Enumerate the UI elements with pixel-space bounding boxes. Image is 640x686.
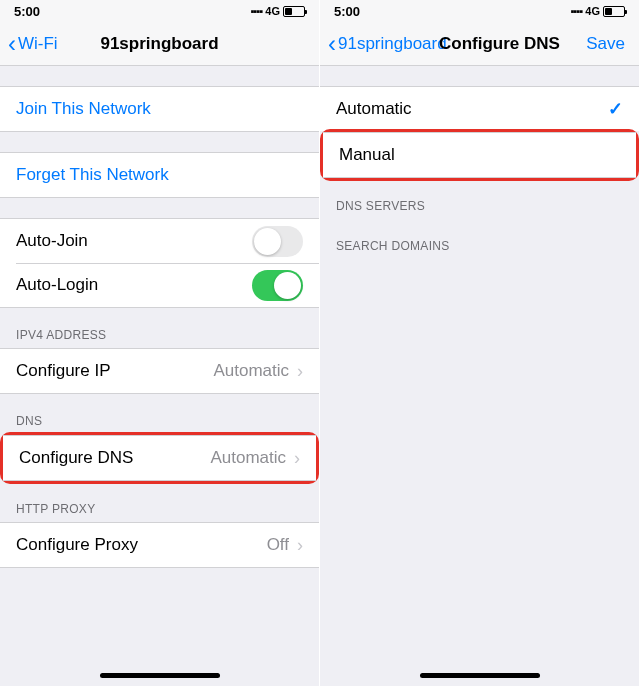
dns-group: Configure DNS Automatic › [3, 435, 316, 481]
home-indicator[interactable] [100, 673, 220, 678]
phone-wifi-details: 5:00 ▪▪▪▪ 4G ‹ Wi-Fi 91springboard Join … [0, 0, 320, 686]
chevron-left-icon: ‹ [8, 32, 16, 56]
status-bar: 5:00 ▪▪▪▪ 4G [320, 0, 639, 22]
battery-icon [603, 6, 625, 17]
auto-join-row[interactable]: Auto-Join [0, 219, 319, 263]
automatic-row[interactable]: Automatic ✓ [320, 87, 639, 131]
status-time: 5:00 [334, 4, 360, 19]
status-right: ▪▪▪▪ 4G [251, 5, 305, 17]
auto-login-row[interactable]: Auto-Login [0, 263, 319, 307]
status-time: 5:00 [14, 4, 40, 19]
forget-network-button[interactable]: Forget This Network [0, 153, 319, 197]
nav-save-button[interactable]: Save [586, 34, 631, 54]
network-label: 4G [585, 5, 600, 17]
configure-dns-value: Automatic [210, 448, 286, 468]
join-label: Join This Network [16, 99, 151, 119]
auto-login-label: Auto-Login [16, 275, 98, 295]
chevron-right-icon: › [294, 448, 300, 469]
nav-back-button[interactable]: ‹ 91springboard [328, 32, 447, 56]
forget-label: Forget This Network [16, 165, 169, 185]
chevron-left-icon: ‹ [328, 32, 336, 56]
join-network-button[interactable]: Join This Network [0, 87, 319, 131]
ipv4-group: Configure IP Automatic › [0, 348, 319, 394]
search-domains-header: SEARCH DOMAINS [320, 225, 639, 259]
status-bar: 5:00 ▪▪▪▪ 4G [0, 0, 319, 22]
configure-ip-value: Automatic [213, 361, 289, 381]
save-label: Save [586, 34, 625, 53]
automatic-group: Automatic ✓ [320, 86, 639, 131]
forget-group: Forget This Network [0, 152, 319, 198]
automatic-label: Automatic [336, 99, 412, 119]
nav-bar: ‹ 91springboard Configure DNS Save [320, 22, 639, 66]
proxy-group: Configure Proxy Off › [0, 522, 319, 568]
configure-ip-label: Configure IP [16, 361, 111, 381]
nav-back-label: 91springboard [338, 34, 447, 54]
signal-icon: ▪▪▪▪ [571, 5, 583, 17]
manual-row[interactable]: Manual [323, 133, 636, 177]
status-right: ▪▪▪▪ 4G [571, 5, 625, 17]
auto-group: Auto-Join Auto-Login [0, 218, 319, 308]
configure-proxy-label: Configure Proxy [16, 535, 138, 555]
proxy-header: HTTP PROXY [0, 482, 319, 522]
nav-back-label: Wi-Fi [18, 34, 58, 54]
configure-dns-highlight: Configure DNS Automatic › [0, 432, 319, 484]
manual-label: Manual [339, 145, 395, 165]
ipv4-header: IPV4 ADDRESS [0, 308, 319, 348]
phone-configure-dns: 5:00 ▪▪▪▪ 4G ‹ 91springboard Configure D… [320, 0, 640, 686]
checkmark-icon: ✓ [608, 98, 623, 120]
manual-highlight: Manual [320, 129, 639, 181]
battery-icon [283, 6, 305, 17]
home-indicator[interactable] [420, 673, 540, 678]
configure-dns-label: Configure DNS [19, 448, 133, 468]
network-label: 4G [265, 5, 280, 17]
chevron-right-icon: › [297, 535, 303, 556]
signal-icon: ▪▪▪▪ [251, 5, 263, 17]
dns-servers-header: DNS SERVERS [320, 179, 639, 219]
auto-join-label: Auto-Join [16, 231, 88, 251]
configure-dns-row[interactable]: Configure DNS Automatic › [3, 436, 316, 480]
nav-back-button[interactable]: ‹ Wi-Fi [8, 32, 58, 56]
dns-header: DNS [0, 394, 319, 434]
auto-login-toggle[interactable] [252, 270, 303, 301]
auto-join-toggle[interactable] [252, 226, 303, 257]
chevron-right-icon: › [297, 361, 303, 382]
configure-proxy-value: Off [267, 535, 289, 555]
nav-bar: ‹ Wi-Fi 91springboard [0, 22, 319, 66]
manual-group: Manual [323, 132, 636, 178]
join-group: Join This Network [0, 86, 319, 132]
configure-proxy-row[interactable]: Configure Proxy Off › [0, 523, 319, 567]
configure-ip-row[interactable]: Configure IP Automatic › [0, 349, 319, 393]
